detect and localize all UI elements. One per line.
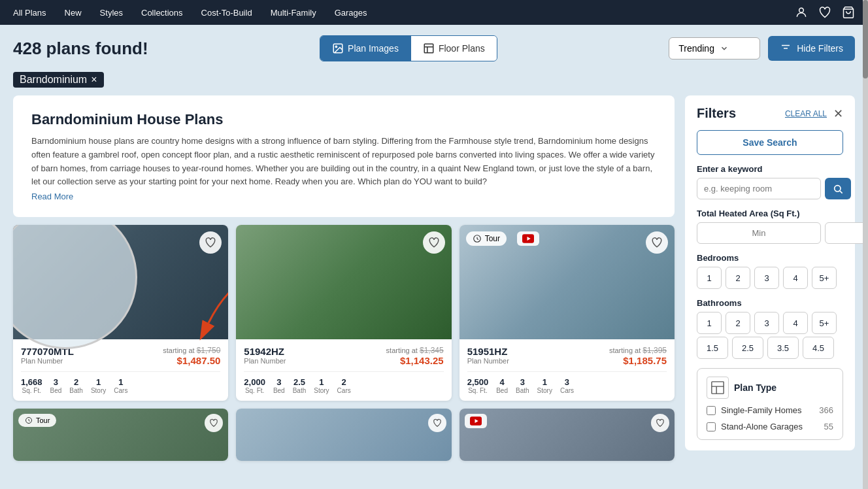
bath-4-btn[interactable]: 4 (783, 312, 808, 334)
plan-card-2: 51942HZ Plan Number starting at $1,345 $… (236, 225, 451, 401)
read-more-link[interactable]: Read More (31, 192, 73, 201)
bed-1-btn[interactable]: 1 (697, 267, 722, 289)
sqft-max-input[interactable] (825, 222, 868, 244)
save-search-button[interactable]: Save Search (697, 130, 843, 155)
plan-info-2: 51942HZ Plan Number starting at $1,345 $… (236, 339, 451, 401)
images-icon (332, 42, 344, 54)
plans-row2: Tour (13, 409, 675, 461)
description-title: Barndominium House Plans (31, 111, 656, 128)
favorite-button-5[interactable] (428, 414, 446, 432)
favorite-button-4[interactable] (205, 414, 223, 432)
description-card: Barndominium House Plans Barndominium ho… (13, 95, 675, 217)
nav-collections[interactable]: Collections (141, 8, 183, 18)
favorite-button-6[interactable] (651, 414, 669, 432)
user-icon[interactable] (795, 6, 808, 19)
nav-multi-family[interactable]: Multi-Family (271, 8, 316, 18)
nav-styles[interactable]: Styles (100, 8, 123, 18)
plan-number-3: 51951HZ (467, 346, 509, 357)
bath-1-5-btn[interactable]: 1.5 (697, 337, 728, 359)
bed-5plus-btn[interactable]: 5+ (812, 267, 837, 289)
sort-dropdown[interactable]: Trending (669, 37, 760, 59)
standalone-garage-count: 55 (824, 422, 833, 431)
bedroom-options: 1 2 3 4 5+ (697, 267, 843, 289)
sqft-min-input[interactable] (697, 222, 821, 244)
bathrooms-section: Bathrooms 1 2 3 4 5+ 1.5 2.5 3.5 4.5 (697, 298, 843, 359)
plan-label-2: Plan Number (244, 357, 286, 365)
toolbar: 428 plans found! Plan Images Floor Plans… (13, 35, 855, 61)
plan-price-1: $1,487.50 (163, 355, 220, 366)
svg-line-15 (840, 191, 843, 194)
bath-4-5-btn[interactable]: 4.5 (803, 337, 834, 359)
favorite-button-3[interactable] (646, 231, 668, 254)
bath-5plus-btn[interactable]: 5+ (812, 312, 837, 334)
plan-specs-2: 2,000Sq. Ft. 3Bed 2.5Bath 1Story 2Cars (244, 371, 443, 394)
standalone-garage-checkbox[interactable] (707, 422, 716, 431)
filter-icon (780, 42, 792, 54)
heart-icon-1 (205, 237, 216, 248)
favorite-button-2[interactable] (423, 231, 445, 254)
standalone-garage-label: Stand-Alone Garages (721, 422, 819, 431)
bed-3-btn[interactable]: 3 (754, 267, 779, 289)
heart-icon-6 (656, 418, 665, 428)
nav-all-plans[interactable]: All Plans (13, 8, 46, 18)
svg-point-14 (835, 185, 841, 191)
svg-point-3 (335, 46, 337, 47)
plan-label-3: Plan Number (467, 357, 509, 365)
heart-nav-icon[interactable] (818, 6, 831, 19)
active-tag: Barndominium × (13, 69, 855, 88)
bath-2-btn[interactable]: 2 (726, 312, 750, 334)
keyword-section: Enter a keyword (697, 164, 843, 199)
heart-icon-5 (433, 418, 442, 428)
plan-card-partial-3 (459, 409, 675, 461)
tag-close[interactable]: × (91, 75, 97, 85)
tour-badge: Tour (466, 231, 507, 246)
plan-image-1 (13, 225, 228, 339)
cart-icon[interactable] (842, 6, 855, 19)
bath-half-options: 1.5 2.5 3.5 4.5 (697, 337, 843, 359)
youtube-badge (517, 231, 539, 246)
plan-image-3: Tour (459, 225, 675, 339)
single-family-checkbox[interactable] (707, 406, 716, 415)
bath-3-5-btn[interactable]: 3.5 (767, 337, 799, 359)
hide-filters-button[interactable]: Hide Filters (768, 36, 855, 61)
close-filters-button[interactable]: ✕ (833, 107, 843, 121)
scrollbar[interactable] (863, 0, 868, 471)
content-row: Barndominium House Plans Barndominium ho… (13, 95, 855, 461)
bed-2-btn[interactable]: 2 (726, 267, 750, 289)
plan-type-item-1: Single-Family Homes 366 (707, 405, 833, 415)
heart-icon-4 (209, 418, 218, 428)
tour-icon (473, 234, 482, 243)
plan-number-2: 51942HZ (244, 346, 286, 357)
nav-cost-to-build[interactable]: Cost-To-Build (201, 8, 252, 18)
nav-new[interactable]: New (65, 8, 82, 18)
plan-label-1: Plan Number (21, 357, 74, 365)
plan-images-btn[interactable]: Plan Images (320, 36, 410, 61)
plan-card-3: Tour 51951HZ Plan Numbe (459, 225, 675, 401)
sqft-label: Total Heated Area (Sq Ft.) (697, 209, 843, 218)
bedrooms-section: Bedrooms 1 2 3 4 5+ (697, 253, 843, 289)
floor-plans-btn[interactable]: Floor Plans (410, 36, 497, 61)
svg-rect-4 (424, 44, 433, 53)
plan-card-1: 777070MTL Plan Number starting at $1,750… (13, 225, 228, 401)
plan-price-3: $1,185.75 (609, 355, 667, 366)
scrollbar-thumb[interactable] (863, 0, 868, 78)
plan-price-2: $1,143.25 (386, 355, 444, 366)
top-navigation: All Plans New Styles Collections Cost-To… (0, 0, 868, 25)
nav-garages[interactable]: Garages (335, 8, 367, 18)
bathrooms-label: Bathrooms (697, 298, 843, 308)
keyword-input[interactable] (697, 178, 821, 199)
bed-4-btn[interactable]: 4 (783, 267, 808, 289)
bedrooms-label: Bedrooms (697, 253, 843, 263)
heart-icon-2 (428, 237, 440, 248)
bathroom-options: 1 2 3 4 5+ (697, 312, 843, 334)
plan-type-item-2: Stand-Alone Garages 55 (707, 422, 833, 431)
single-family-label: Single-Family Homes (721, 405, 814, 415)
description-text: Barndominium house plans are country hom… (31, 135, 656, 189)
clear-all-button[interactable]: CLEAR ALL (785, 109, 827, 118)
plan-card-partial-2 (236, 409, 451, 461)
bath-1-btn[interactable]: 1 (697, 312, 722, 334)
bath-3-btn[interactable]: 3 (754, 312, 779, 334)
keyword-search-button[interactable] (825, 178, 851, 199)
bath-2-5-btn[interactable]: 2.5 (732, 337, 763, 359)
tour-badge-2: Tour (18, 414, 56, 427)
